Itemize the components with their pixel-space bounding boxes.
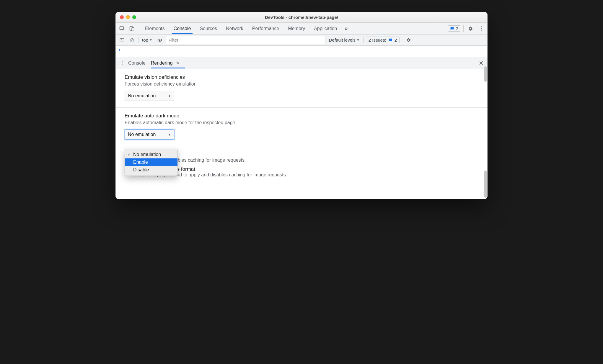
context-selector[interactable]: top ▼ [141,37,154,42]
tab-memory[interactable]: Memory [287,24,306,34]
option-enable[interactable]: Enable [125,158,177,166]
drawer-tabstrip: Console Rendering ✕ ✕ [116,57,487,69]
tab-application[interactable]: Application [313,24,338,34]
errors-badge[interactable]: 2 [448,25,460,32]
log-levels-selector[interactable]: Default levels ▼ [328,37,361,42]
window-title: DevTools - chrome://new-tab-page/ [116,15,487,20]
chevron-down-icon: ▼ [168,94,171,98]
svg-rect-2 [132,27,134,31]
darkmode-select[interactable]: No emulation ▼ [125,129,174,140]
inspect-element-icon[interactable] [118,25,126,32]
rendering-panel: Emulate vision deficiencies Forces visio… [116,69,487,199]
issues-button[interactable]: 2 Issues: 2 [366,37,400,43]
tab-sources[interactable]: Sources [198,24,218,34]
tab-elements[interactable]: Elements [144,24,166,34]
close-window-button[interactable] [120,15,124,19]
live-expression-icon[interactable] [156,36,164,44]
console-body[interactable]: › [116,46,487,57]
errors-count: 2 [456,26,458,31]
darkmode-dropdown-popup: No emulation Enable Disable [125,149,178,176]
devtools-window: DevTools - chrome://new-tab-page/ Elemen… [115,12,488,199]
vision-deficiency-section: Emulate vision deficiencies Forces visio… [116,69,487,108]
device-toolbar-icon[interactable] [128,25,136,32]
drawer-tab-rendering[interactable]: Rendering ✕ [151,58,180,68]
svg-point-6 [159,39,160,41]
tab-performance[interactable]: Performance [251,24,281,34]
console-toolbar: top ▼ Default levels ▼ 2 Issues: 2 [116,35,487,46]
drawer-tab-rendering-label: Rendering [151,60,173,65]
vision-select[interactable]: No emulation ▼ [125,91,174,101]
drawer-menu-icon[interactable] [118,59,126,67]
main-tabstrip: Elements Console Sources Network Perform… [116,23,487,35]
darkmode-select-value: No emulation [128,132,156,137]
close-drawer-icon[interactable]: ✕ [477,59,485,67]
console-settings-icon[interactable] [405,36,412,44]
vision-desc: Forces vision deficiency emulation [125,81,478,87]
vision-select-value: No emulation [128,93,156,99]
darkmode-desc: Enables automatic dark mode for the insp… [125,120,478,125]
settings-icon[interactable] [467,25,474,32]
zoom-window-button[interactable] [132,15,136,19]
kebab-menu-icon[interactable] [477,25,485,32]
close-tab-icon[interactable]: ✕ [176,60,180,65]
option-disable[interactable]: Disable [125,166,177,174]
clear-console-icon[interactable] [128,36,136,44]
scrollbar-thumb[interactable] [484,66,487,82]
titlebar: DevTools - chrome://new-tab-page/ [116,12,487,23]
dark-mode-section: Emulate auto dark mode Enables automatic… [116,108,487,146]
scrollbar-thumb[interactable] [484,170,487,198]
svg-rect-3 [120,38,124,42]
context-label: top [142,37,148,42]
console-prompt-icon: › [119,47,120,52]
darkmode-title: Emulate auto dark mode [125,113,478,119]
issues-count: 2 [395,37,397,42]
toggle-sidebar-icon[interactable] [118,36,126,44]
traffic-lights [116,15,136,19]
main-tabs: Elements Console Sources Network Perform… [139,24,446,34]
tab-network[interactable]: Network [225,24,245,34]
drawer-tab-console[interactable]: Console [128,58,146,68]
filter-input[interactable] [166,36,325,44]
svg-rect-0 [120,27,124,29]
chevron-down-icon: ▼ [168,133,171,136]
option-no-emulation[interactable]: No emulation [125,151,177,158]
vision-title: Emulate vision deficiencies [125,74,478,80]
issues-label: 2 Issues: [369,37,386,42]
log-levels-label: Default levels [329,37,356,42]
minimize-window-button[interactable] [126,15,130,19]
tab-console[interactable]: Console [172,24,192,34]
more-tabs-icon[interactable]: » [345,25,346,32]
